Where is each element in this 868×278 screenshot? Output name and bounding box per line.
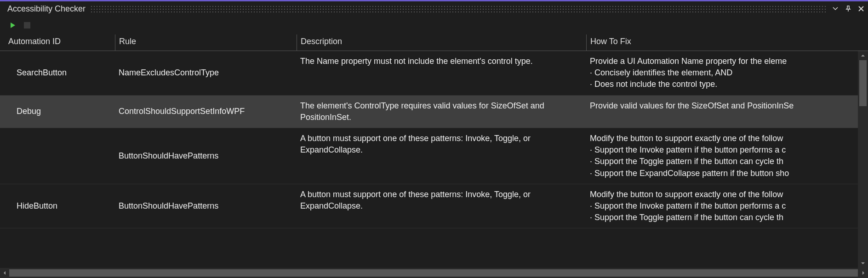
column-header-rule[interactable]: Rule (115, 34, 297, 51)
cell-rule: ButtonShouldHavePatterns (115, 128, 297, 184)
cell-description: The element's ControlType requires valid… (297, 96, 586, 128)
column-header-automation-id[interactable]: Automation ID (0, 34, 115, 51)
panel-title: Accessibility Checker (7, 4, 86, 14)
column-header-description[interactable]: Description (297, 34, 586, 51)
grid-body: SearchButtonNameExcludesControlTypeThe N… (0, 51, 868, 268)
panel-title-bar: Accessibility Checker (0, 1, 868, 16)
toolbar (0, 16, 868, 34)
table-row[interactable]: DebugControlShouldSupportSetInfoWPFThe e… (0, 96, 868, 128)
cell-how-to-fix: Provide a UI Automation Name property fo… (586, 51, 868, 95)
cell-rule: ButtonShouldHavePatterns (115, 184, 297, 228)
cell-automation-id (0, 128, 115, 184)
cell-how-to-fix: Modify the button to support exactly one… (586, 184, 868, 228)
panel-controls (831, 5, 865, 13)
table-row[interactable]: SearchButtonNameExcludesControlTypeThe N… (0, 51, 868, 96)
stop-check-button[interactable] (24, 22, 30, 28)
run-check-button[interactable] (9, 22, 17, 29)
scroll-right-arrow[interactable] (859, 268, 868, 278)
cell-how-to-fix: Provide valid values for the SizeOfSet a… (586, 96, 868, 128)
close-icon[interactable] (857, 5, 865, 13)
column-header-how-to-fix[interactable]: How To Fix (586, 34, 868, 51)
horizontal-scrollbar[interactable] (0, 268, 868, 278)
accessibility-checker-panel: Accessibility Checker Automation ID Rule… (0, 0, 868, 278)
horizontal-scroll-track[interactable] (9, 268, 859, 278)
scroll-up-arrow[interactable] (858, 51, 868, 60)
cell-description: The Name property must not include the e… (297, 51, 586, 95)
cell-description: A button must support one of these patte… (297, 184, 586, 228)
cell-how-to-fix: Modify the button to support exactly one… (586, 128, 868, 184)
title-drag-handle[interactable] (90, 5, 827, 12)
cell-description: A button must support one of these patte… (297, 128, 586, 184)
scroll-left-arrow[interactable] (0, 268, 9, 278)
panel-options-dropdown[interactable] (831, 5, 839, 13)
horizontal-scroll-thumb[interactable] (9, 269, 858, 277)
results-grid: Automation ID Rule Description How To Fi… (0, 34, 868, 268)
vertical-scroll-thumb[interactable] (859, 60, 867, 106)
cell-rule: ControlShouldSupportSetInfoWPF (115, 96, 297, 128)
vertical-scrollbar[interactable] (858, 51, 868, 268)
table-row[interactable]: ButtonShouldHavePatternsA button must su… (0, 128, 868, 184)
pin-icon[interactable] (844, 5, 852, 13)
cell-automation-id: Debug (0, 96, 115, 128)
scroll-down-arrow[interactable] (858, 259, 868, 268)
table-row[interactable]: HideButtonButtonShouldHavePatternsA butt… (0, 184, 868, 229)
vertical-scroll-track[interactable] (858, 60, 868, 259)
grid-header: Automation ID Rule Description How To Fi… (0, 34, 868, 51)
cell-automation-id: SearchButton (0, 51, 115, 95)
cell-rule: NameExcludesControlType (115, 51, 297, 95)
cell-automation-id: HideButton (0, 184, 115, 228)
